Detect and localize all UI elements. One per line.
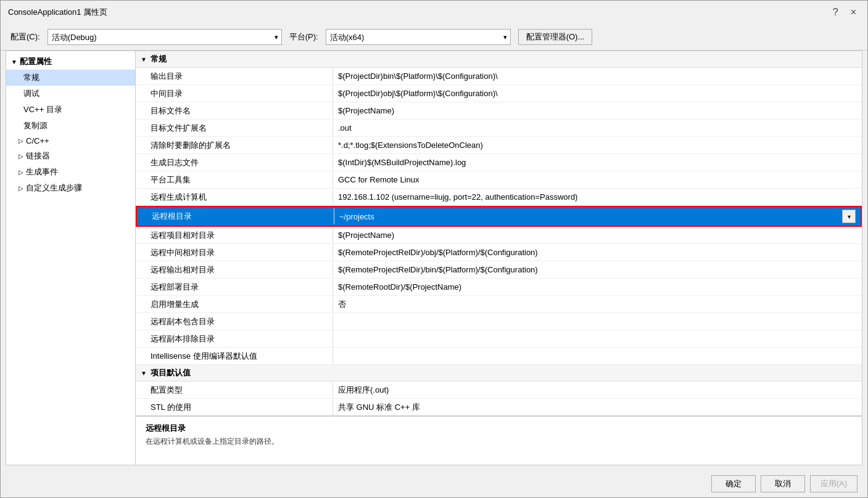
prop-value-text: *.d;*.tlog;$(ExtensionsToDeleteOnClean): [338, 141, 857, 150]
desc-title: 远程根目录: [146, 423, 852, 434]
prop-name: 清除时要删除的扩展名: [136, 137, 333, 153]
prop-name: 远程副本排除目录: [136, 331, 333, 347]
prop-value-text: GCC for Remote Linux: [338, 175, 857, 184]
prop-value-text: $(ProjectDir)bin\$(Platform)\$(Configura…: [338, 71, 857, 81]
sidebar-item-linker[interactable]: ▷ 链接器: [6, 148, 135, 164]
prop-value-text: ~/projects: [339, 212, 842, 221]
table-row[interactable]: 中间目录 $(ProjectDir)obj\$(Platform)\$(Conf…: [136, 85, 862, 102]
help-button[interactable]: ?: [829, 6, 842, 19]
sidebar-item-vc-dirs[interactable]: VC++ 目录: [6, 102, 135, 118]
prop-name: 中间目录: [136, 86, 333, 102]
section-collapse-icon: ▼: [141, 370, 147, 377]
table-row[interactable]: 远程部署目录 $(RemoteRootDir)/$(ProjectName): [136, 279, 862, 296]
platform-select-wrapper: 活动(x64): [326, 29, 511, 45]
expand-arrow-icon: ▷: [19, 153, 23, 160]
sidebar: ▼ 配置属性 常规 调试 VC++ 目录 复制源 ▷ C/C++ ▷ 链接器: [6, 51, 136, 465]
prop-value: *.d;*.tlog;$(ExtensionsToDeleteOnClean): [333, 138, 862, 152]
section-arrow-icon: ▼: [11, 59, 17, 65]
properties-dialog: ConsoleApplication1 属性页 ? × 配置(C): 活动(De…: [0, 0, 868, 498]
prop-name: 目标文件扩展名: [136, 120, 333, 136]
config-label: 配置(C):: [10, 31, 40, 43]
prop-value: $(IntDir)$(MSBuildProjectName).log: [333, 155, 862, 169]
sidebar-item-copy-source[interactable]: 复制源: [6, 118, 135, 134]
prop-value: $(ProjectDir)bin\$(Platform)\$(Configura…: [333, 69, 862, 83]
cancel-button[interactable]: 取消: [761, 475, 805, 492]
prop-value-text: $(IntDir)$(MSBuildProjectName).log: [338, 158, 857, 167]
table-row[interactable]: 远程中间相对目录 $(RemoteProjectRelDir)/obj/$(Pl…: [136, 244, 862, 261]
section-title: 常规: [151, 54, 167, 65]
table-row[interactable]: 目标文件扩展名 .out: [136, 120, 862, 137]
dialog-title: ConsoleApplication1 属性页: [8, 7, 107, 18]
sidebar-item-general[interactable]: 常规: [6, 70, 135, 86]
prop-value-text: $(ProjectName): [338, 231, 857, 240]
config-select-wrapper: 活动(Debug): [48, 29, 282, 45]
table-row[interactable]: 远程副本包含目录: [136, 313, 862, 330]
prop-name: 远程项目相对目录: [136, 227, 333, 243]
config-select[interactable]: 活动(Debug): [48, 29, 282, 45]
table-row[interactable]: 平台工具集 GCC for Remote Linux: [136, 171, 862, 189]
prop-name: 输出目录: [136, 68, 333, 84]
table-row[interactable]: 生成日志文件 $(IntDir)$(MSBuildProjectName).lo…: [136, 154, 862, 171]
dropdown-button[interactable]: ▾: [842, 210, 856, 223]
sidebar-item-label: 常规: [23, 73, 39, 82]
prop-name: 远程输出相对目录: [136, 262, 333, 278]
sidebar-item-custom-build[interactable]: ▷ 自定义生成步骤: [6, 180, 135, 196]
prop-name: 生成日志文件: [136, 155, 333, 171]
title-bar: ConsoleApplication1 属性页 ? ×: [1, 1, 867, 24]
sidebar-item-label: 调试: [23, 89, 39, 98]
table-row[interactable]: 清除时要删除的扩展名 *.d;*.tlog;$(ExtensionsToDele…: [136, 137, 862, 154]
platform-select[interactable]: 活动(x64): [326, 29, 511, 45]
table-row[interactable]: 远程输出相对目录 $(RemoteProjectRelDir)/bin/$(Pl…: [136, 261, 862, 279]
sidebar-section-header[interactable]: ▼ 配置属性: [6, 54, 135, 70]
sidebar-item-label: 自定义生成步骤: [26, 182, 82, 194]
prop-value: GCC for Remote Linux: [333, 173, 862, 187]
section-header-defaults: ▼ 项目默认值: [136, 365, 862, 382]
table-row[interactable]: 输出目录 $(ProjectDir)bin\$(Platform)\$(Conf…: [136, 68, 862, 85]
expand-arrow-icon: ▷: [19, 169, 23, 176]
table-row[interactable]: 配置类型 应用程序(.out): [136, 382, 862, 399]
table-row[interactable]: STL 的使用 共享 GNU 标准 C++ 库: [136, 399, 862, 415]
prop-value: 192.168.1.102 (username=liujg, port=22, …: [333, 190, 862, 204]
sidebar-item-debug[interactable]: 调试: [6, 86, 135, 102]
table-row[interactable]: 远程项目相对目录 $(ProjectName): [136, 227, 862, 244]
sidebar-section-label: 配置属性: [20, 56, 52, 67]
prop-name-remote-root: 远程根目录: [137, 208, 334, 224]
apply-button[interactable]: 应用(A): [810, 475, 858, 492]
prop-name: 启用增量生成: [136, 296, 333, 312]
prop-name: 目标文件名: [136, 103, 333, 119]
close-button[interactable]: ×: [847, 6, 860, 19]
prop-name: 配置类型: [136, 382, 333, 398]
section-header-general: ▼ 常规: [136, 51, 862, 68]
sidebar-item-label: 生成事件: [26, 166, 58, 178]
table-row[interactable]: 启用增量生成 否: [136, 296, 862, 313]
table-row-remote-root[interactable]: 远程根目录 ~/projects ▾: [136, 206, 862, 227]
sidebar-item-cpp[interactable]: ▷ C/C++: [6, 134, 135, 148]
prop-value: $(ProjectName): [333, 228, 862, 242]
prop-value: $(ProjectName): [333, 104, 862, 118]
table-row[interactable]: 远程生成计算机 192.168.1.102 (username=liujg, p…: [136, 189, 862, 206]
footer: 确定 取消 应用(A): [1, 470, 867, 497]
prop-value-text: 否: [338, 299, 857, 310]
bottom-description: 远程根目录 在远程计算机或设备上指定目录的路径。: [136, 415, 862, 465]
desc-text: 在远程计算机或设备上指定目录的路径。: [146, 436, 852, 447]
section-collapse-icon: ▼: [141, 56, 147, 63]
prop-value: 应用程序(.out): [333, 382, 862, 398]
prop-value-text: 应用程序(.out): [338, 385, 857, 396]
prop-value-text: .out: [338, 123, 857, 133]
manager-button[interactable]: 配置管理器(O)...: [518, 29, 593, 45]
config-bar: 配置(C): 活动(Debug) 平台(P): 活动(x64) 配置管理器(O)…: [1, 24, 867, 51]
table-row[interactable]: 远程副本排除目录: [136, 330, 862, 348]
table-row[interactable]: 目标文件名 $(ProjectName): [136, 102, 862, 120]
sidebar-item-build-events[interactable]: ▷ 生成事件: [6, 164, 135, 180]
prop-name: 远程中间相对目录: [136, 245, 333, 261]
prop-value-text: $(RemoteProjectRelDir)/bin/$(Platform)/$…: [338, 265, 857, 274]
prop-name: 远程生成计算机: [136, 189, 333, 205]
table-row[interactable]: Intellisense 使用编译器默认值: [136, 348, 862, 365]
main-content: ▼ 配置属性 常规 调试 VC++ 目录 复制源 ▷ C/C++ ▷ 链接器: [6, 51, 862, 465]
prop-value: 否: [333, 296, 862, 312]
prop-value: $(ProjectDir)obj\$(Platform)\$(Configura…: [333, 86, 862, 100]
ok-button[interactable]: 确定: [711, 475, 756, 492]
prop-value-text: $(RemoteRootDir)/$(ProjectName): [338, 282, 857, 292]
expand-arrow-icon: ▷: [19, 137, 23, 144]
prop-value: [333, 337, 862, 341]
